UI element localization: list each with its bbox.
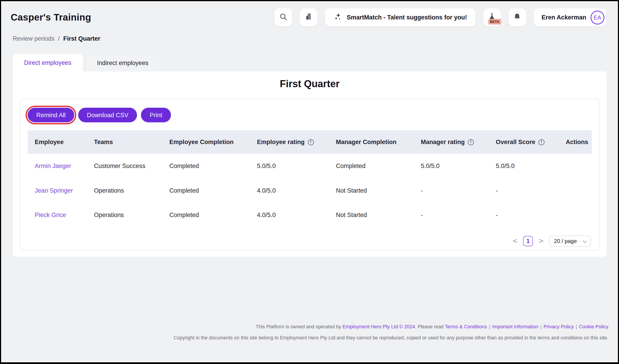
beta-badge: BETA <box>488 19 501 24</box>
user-name: Eren Ackerman <box>542 14 586 21</box>
cell-manager-rating: - <box>421 187 496 194</box>
column-header-overall-score: Overall Score ! <box>496 138 566 145</box>
info-icon[interactable]: ! <box>539 139 544 145</box>
window-frame: Casper's Training <box>0 0 619 364</box>
search-button[interactable] <box>274 8 292 27</box>
beta-labs-button[interactable]: BETA <box>483 8 501 27</box>
breadcrumb-separator: / <box>58 35 60 42</box>
app-title: Casper's Training <box>11 12 91 23</box>
column-header-teams: Teams <box>94 138 169 145</box>
previous-page-button[interactable]: < <box>512 238 518 244</box>
cell-manager-rating: - <box>421 212 496 219</box>
current-page-button[interactable]: 1 <box>523 236 533 246</box>
download-csv-button[interactable]: Download CSV <box>78 108 137 122</box>
info-icon[interactable]: ! <box>308 139 314 145</box>
page-title: First Quarter <box>20 71 600 89</box>
breadcrumb: Review periods / First Quarter <box>13 35 618 42</box>
cell-manager-completion: Not Started <box>336 212 421 219</box>
user-menu-button[interactable]: Eren Ackerman EA <box>534 8 606 27</box>
cell-manager-rating: 5.0/5.0 <box>421 162 496 170</box>
top-bar-actions: SmartMatch - Talent suggestions for you!… <box>274 8 606 27</box>
toolbar: Remind All Download CSV Print <box>28 108 592 122</box>
search-icon <box>279 13 288 22</box>
cell-manager-completion: Completed <box>336 162 421 170</box>
column-header-manager-completion: Manager Completion <box>336 138 421 145</box>
footer-cookie-policy-link[interactable]: Cookie Policy <box>579 324 608 329</box>
cell-teams: Customer Success <box>94 162 169 170</box>
print-button[interactable]: Print <box>141 108 171 122</box>
cell-teams: Operations <box>94 212 169 219</box>
bell-icon <box>513 13 521 22</box>
chevron-down-icon <box>583 238 587 244</box>
breadcrumb-current: First Quarter <box>63 35 100 42</box>
cell-employee-rating: 5.0/5.0 <box>257 162 336 170</box>
review-table-card: Remind All Download CSV Print Employee T… <box>20 99 600 251</box>
table-row: Armin Jaeger Customer Success Completed … <box>28 154 592 178</box>
column-header-employee-completion: Employee Completion <box>169 138 257 145</box>
column-header-manager-rating: Manager rating ! <box>421 138 496 145</box>
info-icon[interactable]: ! <box>468 139 474 145</box>
tab-bar: Direct employees Indirect employees <box>13 54 618 71</box>
employee-link[interactable]: Armin Jaeger <box>35 162 94 170</box>
sparkles-icon <box>334 12 342 22</box>
page-size-value: 20 / page <box>554 238 577 244</box>
employee-link[interactable]: Pieck Grice <box>35 212 94 219</box>
cell-overall-score: - <box>496 187 566 194</box>
table-row: Jean Springer Operations Completed 4.0/5… <box>28 178 592 203</box>
screenshot-scale-wrapper: Casper's Training <box>0 0 619 364</box>
cell-employee-completion: Completed <box>169 187 257 194</box>
tab-direct-employees[interactable]: Direct employees <box>13 54 83 71</box>
table-header-row: Employee Teams Employee Completion Emplo… <box>28 130 592 154</box>
cell-overall-score: 5.0/5.0 <box>496 162 566 170</box>
cell-teams: Operations <box>94 187 169 194</box>
pagination: < 1 > 20 / page <box>28 236 592 247</box>
cell-manager-completion: Not Started <box>336 187 421 194</box>
tab-indirect-employees[interactable]: Indirect employees <box>85 54 160 71</box>
organisation-button[interactable] <box>300 8 318 27</box>
table-row: Pieck Grice Operations Completed 4.0/5.0… <box>28 203 592 227</box>
top-bar: Casper's Training <box>2 1 618 27</box>
cell-employee-rating: 4.0/5.0 <box>257 212 336 219</box>
app-page: Casper's Training <box>1 1 618 362</box>
footer-company-link[interactable]: Employment Hero Pty Ltd © 2024 <box>343 324 415 329</box>
building-icon <box>305 13 313 22</box>
avatar: EA <box>591 10 604 24</box>
column-header-actions: Actions <box>566 138 592 145</box>
footer: This Platform is owned and operated by E… <box>2 324 618 340</box>
smartmatch-label: SmartMatch - Talent suggestions for you! <box>347 14 467 21</box>
next-page-button[interactable]: > <box>539 238 544 244</box>
footer-line-2: Copyright in the documents on this site … <box>2 335 608 340</box>
employee-link[interactable]: Jean Springer <box>35 187 94 194</box>
notifications-button[interactable] <box>508 8 526 27</box>
cell-employee-completion: Completed <box>169 162 257 170</box>
cell-employee-completion: Completed <box>169 212 257 219</box>
cell-employee-rating: 4.0/5.0 <box>257 187 336 194</box>
column-header-employee: Employee <box>35 138 94 145</box>
footer-privacy-policy-link[interactable]: Privacy Policy <box>544 324 574 329</box>
column-header-employee-rating: Employee rating ! <box>257 138 336 145</box>
footer-important-information-link[interactable]: Important Information <box>492 324 538 329</box>
smartmatch-banner-button[interactable]: SmartMatch - Talent suggestions for you! <box>325 8 476 27</box>
tab-panel: First Quarter Remind All Download CSV Pr… <box>13 71 607 257</box>
page-size-select[interactable]: 20 / page <box>549 236 591 247</box>
footer-line-1: This Platform is owned and operated by E… <box>2 324 608 329</box>
remind-all-button[interactable]: Remind All <box>28 108 74 122</box>
footer-terms-link[interactable]: Terms & Conditions <box>445 324 487 329</box>
breadcrumb-review-periods[interactable]: Review periods <box>13 35 55 42</box>
cell-overall-score: - <box>496 212 566 219</box>
